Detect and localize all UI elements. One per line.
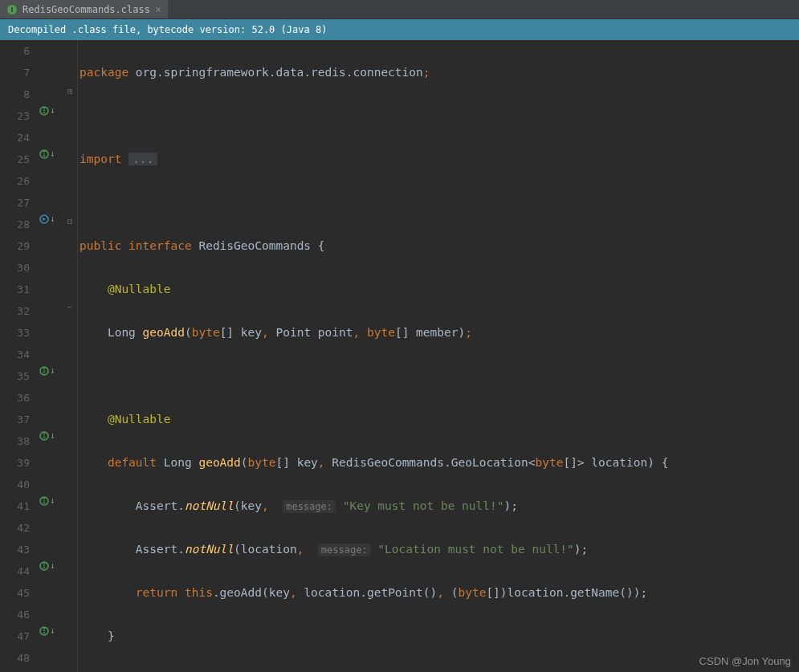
override-marker-icon[interactable]: I↓ — [39, 365, 55, 376]
decompiled-banner: Decompiled .class file, bytecode version… — [0, 19, 799, 40]
override-marker-icon[interactable]: I↓ — [39, 430, 55, 441]
fold-expand-icon[interactable]: ⊞ — [67, 86, 73, 96]
watermark: CSDN @Jon Young — [699, 655, 791, 667]
line-number: 8 — [0, 83, 30, 105]
line-number: 25 — [0, 149, 30, 170]
line-number: 28 — [0, 214, 30, 235]
tab-filename: RedisGeoCommands.class — [22, 4, 150, 15]
line-number: 37 — [0, 409, 30, 430]
line-number: 31 — [0, 279, 30, 300]
file-tab[interactable]: I RedisGeoCommands.class × — [0, 0, 168, 18]
banner-text: Decompiled .class file, bytecode version… — [8, 24, 327, 35]
override-marker-icon[interactable]: I↓ — [39, 625, 55, 636]
recursive-marker-icon[interactable]: ↓ — [39, 214, 55, 224]
line-number: 29 — [0, 235, 30, 257]
override-marker-icon[interactable]: I↓ — [39, 495, 55, 506]
line-number: 27 — [0, 192, 30, 214]
override-marker-icon[interactable]: I↓ — [39, 149, 55, 159]
line-number: 24 — [0, 127, 30, 149]
fold-end-icon[interactable]: ⌐ — [67, 303, 73, 313]
line-number: 48 — [0, 647, 30, 669]
line-number: 33 — [0, 322, 30, 344]
fold-column: ⊞ ⊟ ⌐ — [67, 40, 78, 672]
svg-text:I: I — [43, 108, 47, 115]
line-number: 36 — [0, 387, 30, 409]
line-number: 34 — [0, 344, 30, 365]
line-number: 26 — [0, 170, 30, 192]
line-number: 39 — [0, 452, 30, 474]
line-number-gutter: 6782324252627282930313233343536373839404… — [0, 40, 36, 672]
line-number: 38 — [0, 430, 30, 452]
svg-text:I: I — [43, 628, 47, 635]
line-number: 46 — [0, 604, 30, 625]
line-number: 35 — [0, 365, 30, 387]
svg-text:I: I — [43, 433, 47, 440]
line-number: 47 — [0, 625, 30, 647]
line-number: 32 — [0, 300, 30, 322]
tab-bar: I RedisGeoCommands.class × — [0, 0, 799, 19]
line-number: 43 — [0, 539, 30, 560]
line-number: 44 — [0, 560, 30, 582]
class-file-icon: I — [6, 4, 18, 15]
svg-text:I: I — [43, 151, 47, 158]
line-number: 45 — [0, 582, 30, 604]
editor: 6782324252627282930313233343536373839404… — [0, 40, 799, 672]
fold-collapse-icon[interactable]: ⊟ — [67, 216, 73, 226]
line-number: 42 — [0, 517, 30, 539]
line-number: 23 — [0, 105, 30, 127]
line-number: 40 — [0, 474, 30, 495]
override-marker-icon[interactable]: I↓ — [39, 105, 55, 116]
code-area[interactable]: package org.springframework.data.redis.c… — [78, 40, 799, 672]
svg-text:I: I — [43, 563, 47, 570]
line-number: 7 — [0, 62, 30, 83]
close-icon[interactable]: × — [155, 3, 161, 15]
line-number: 6 — [0, 40, 30, 62]
line-number: 30 — [0, 257, 30, 279]
svg-text:I: I — [43, 498, 47, 505]
line-number: 41 — [0, 495, 30, 517]
svg-text:I: I — [11, 6, 14, 14]
svg-text:I: I — [43, 368, 47, 375]
gutter-markers: I↓ I↓ ↓ I↓ I↓ I↓ I↓ I↓ — [36, 40, 67, 672]
override-marker-icon[interactable]: I↓ — [39, 560, 55, 571]
